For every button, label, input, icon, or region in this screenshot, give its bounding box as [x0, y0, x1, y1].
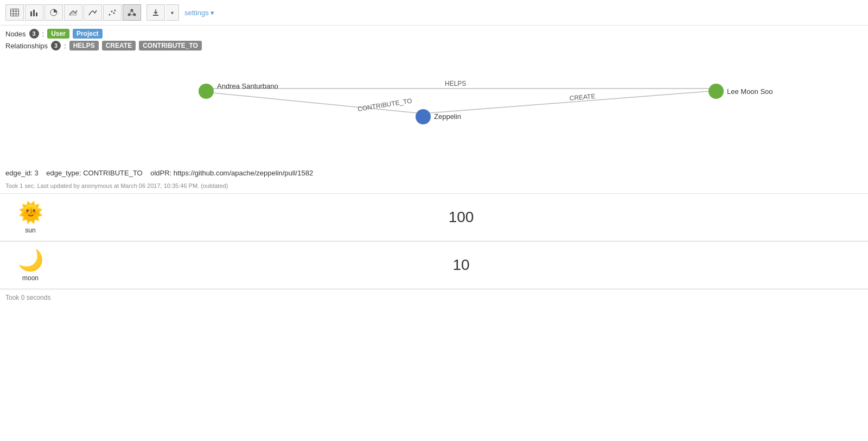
moon-row: 🌙 moon 10	[0, 242, 868, 289]
edge-id-value: 3	[35, 169, 39, 177]
svg-text:Zeppelin: Zeppelin	[434, 112, 461, 121]
sun-row: 🌞 sun 100	[0, 194, 868, 241]
svg-point-30	[416, 109, 431, 124]
table-button[interactable]	[5, 4, 24, 21]
svg-point-32	[709, 84, 724, 99]
network-graph-button[interactable]	[123, 4, 141, 21]
sun-value: 100	[63, 209, 859, 226]
helps-badge[interactable]: HELPS	[69, 41, 99, 51]
edge-info: edge_id: 3 edge_type: CONTRIBUTE_TO oldP…	[0, 165, 868, 181]
svg-text:Lee Moon Soo: Lee Moon Soo	[727, 87, 773, 96]
user-badge[interactable]: User	[47, 29, 69, 39]
create-badge[interactable]: CREATE	[102, 41, 136, 51]
nodes-label: Nodes	[5, 30, 26, 38]
svg-point-11	[111, 11, 113, 12]
edge-id-label: edge_id:	[5, 169, 33, 177]
svg-text:Andrea Santurbano: Andrea Santurbano	[217, 82, 278, 90]
moon-icon-cell: 🌙 moon	[9, 248, 52, 282]
relationships-count-badge: 3	[51, 41, 61, 51]
svg-point-10	[109, 14, 111, 16]
pie-chart-button[interactable]	[44, 4, 63, 21]
graph-area: CONTRIBUTE_TO HELPS CREATE Andrea Santur…	[0, 56, 868, 165]
toolbar: ▾ settings ▾	[0, 0, 868, 26]
line-chart-button[interactable]	[84, 4, 102, 21]
svg-rect-7	[36, 12, 37, 16]
settings-link[interactable]: settings ▾	[184, 9, 214, 17]
download-button[interactable]	[146, 4, 165, 21]
moon-value: 10	[63, 256, 859, 274]
svg-rect-6	[33, 10, 35, 16]
edge-type-label: edge_type:	[46, 169, 81, 177]
relationships-label: Relationships	[5, 42, 48, 50]
svg-line-17	[129, 10, 132, 15]
download-dropdown-button[interactable]: ▾	[166, 4, 179, 21]
svg-text:HELPS: HELPS	[445, 80, 466, 87]
nodes-count-badge: 3	[29, 29, 39, 39]
area-chart-button[interactable]	[64, 4, 82, 21]
svg-rect-5	[30, 11, 32, 16]
moon-emoji: 🌙	[18, 248, 43, 272]
timing-bottom: Took 0 seconds	[0, 289, 868, 306]
timing-top: Took 1 sec. Last updated by anonymous at…	[0, 181, 868, 193]
old-pr-label: oldPR:	[150, 169, 171, 177]
svg-point-28	[199, 84, 214, 99]
svg-line-18	[132, 10, 135, 15]
sun-emoji: 🌞	[18, 200, 43, 224]
svg-point-12	[113, 12, 115, 14]
nodes-row: Nodes 3 : User Project	[5, 29, 863, 39]
project-badge[interactable]: Project	[73, 29, 103, 39]
old-pr-value: https://github.com/apache/zeppelin/pull/…	[174, 169, 313, 177]
meta-section: Nodes 3 : User Project Relationships 3 :…	[0, 26, 868, 56]
relationships-row: Relationships 3 : HELPS CREATE CONTRIBUT…	[5, 41, 863, 51]
sun-icon-cell: 🌞 sun	[9, 200, 52, 234]
data-table: 🌞 sun 100 🌙 moon 10	[0, 194, 868, 289]
svg-text:CONTRIBUTE_TO: CONTRIBUTE_TO	[357, 97, 412, 113]
moon-label: moon	[22, 274, 39, 282]
svg-rect-0	[11, 9, 19, 16]
svg-point-13	[114, 10, 116, 11]
sun-label: sun	[25, 226, 35, 234]
bar-chart-button[interactable]	[25, 4, 43, 21]
edge-type-value: CONTRIBUTE_TO	[83, 169, 143, 177]
scatter-chart-button[interactable]	[103, 4, 122, 21]
contribute-to-badge[interactable]: CONTRIBUTE_TO	[139, 41, 202, 51]
